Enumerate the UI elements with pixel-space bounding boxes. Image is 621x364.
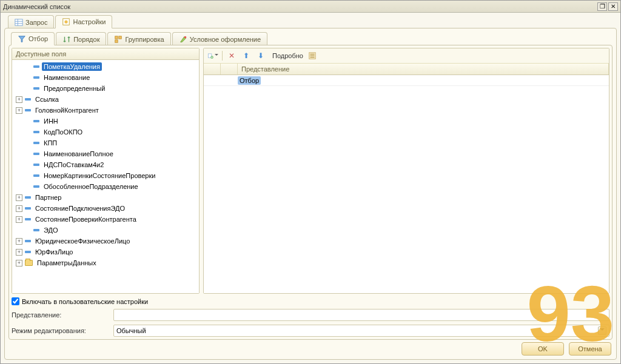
- settings-icon: [62, 18, 70, 26]
- tab-query[interactable]: Запрос: [8, 15, 54, 28]
- minus-icon: [25, 196, 31, 199]
- group-icon: [114, 35, 123, 44]
- subtab-order-label: Порядок: [73, 36, 99, 43]
- svg-rect-8: [119, 36, 121, 38]
- tree-item-label: НомерКартинкиСостояниеПроверки: [42, 171, 157, 180]
- tree-item[interactable]: +СостояниеПодключенияЭДО: [12, 203, 199, 214]
- close-button[interactable]: ✕: [608, 2, 618, 11]
- columns: Доступные поля ПометкаУдаленияНаименован…: [12, 48, 609, 294]
- restore-button[interactable]: ❐: [597, 2, 607, 11]
- tree-item[interactable]: +СостояниеПроверкиКонтрагента: [12, 214, 199, 225]
- sort-icon: [62, 35, 71, 44]
- tree-item-label: ЭДО: [42, 226, 60, 234]
- tree-item[interactable]: НомерКартинкиСостояниеПроверки: [12, 170, 199, 181]
- dialog-buttons: OK Отмена: [8, 340, 613, 356]
- tree-item-label: СостояниеПроверкиКонтрагента: [33, 215, 138, 223]
- subtab-cond[interactable]: Условное оформление: [172, 32, 267, 45]
- expand-icon: [24, 173, 31, 179]
- tree-item[interactable]: Наименование: [12, 72, 199, 83]
- minus-icon: [25, 109, 31, 111]
- filter-grid[interactable]: Отбор: [204, 75, 609, 293]
- svg-rect-0: [15, 19, 22, 25]
- ok-button[interactable]: OK: [522, 342, 564, 356]
- presentation-row: Представление:: [12, 309, 609, 321]
- list-icon: [308, 51, 317, 60]
- cancel-button[interactable]: Отмена: [569, 342, 611, 356]
- expand-icon: [24, 151, 31, 157]
- tree-item[interactable]: ОбособленноеПодразделение: [12, 181, 199, 192]
- tree-item[interactable]: НДСПоСтавкам4и2: [12, 159, 199, 170]
- tree-item[interactable]: +ЮридическоеФизическоеЛицо: [12, 236, 199, 247]
- tree-item-label: ЮрФизЛицо: [33, 248, 75, 256]
- tree-item-label: ЮридическоеФизическоеЛицо: [33, 237, 132, 245]
- subtab-filter[interactable]: Отбор: [11, 32, 55, 45]
- expand-icon[interactable]: +: [16, 194, 22, 201]
- delete-button[interactable]: ✕: [226, 50, 237, 61]
- properties-button[interactable]: [307, 50, 318, 61]
- presentation-label: Представление:: [12, 311, 109, 319]
- expand-icon[interactable]: +: [16, 205, 22, 212]
- tree-item-label: ПараметрыДанных: [35, 259, 98, 267]
- svg-marker-6: [19, 36, 25, 42]
- minus-icon: [33, 65, 39, 68]
- tree-item[interactable]: +ПараметрыДанных: [12, 257, 199, 268]
- expand-icon: [24, 184, 31, 190]
- include-user-checkbox[interactable]: [12, 297, 19, 305]
- ghc-check: [204, 64, 221, 74]
- tree-item[interactable]: +ГоловнойКонтрагент: [12, 105, 199, 116]
- tree-item[interactable]: НаименованиеПолное: [12, 148, 199, 159]
- presentation-input[interactable]: [113, 309, 609, 321]
- tree-item-label: Ссылка: [33, 95, 61, 104]
- tree-item-label: Предопределенный: [42, 84, 107, 93]
- main-tabs: Запрос Настройки: [4, 15, 617, 28]
- move-down-button[interactable]: ⬇: [255, 50, 266, 61]
- minus-icon: [25, 207, 31, 210]
- fields-tree[interactable]: ПометкаУдаленияНаименованиеПредопределен…: [12, 60, 199, 293]
- window-title: Динамический список: [3, 3, 596, 10]
- tree-item[interactable]: КодПоОКПО: [12, 127, 199, 137]
- folder-icon: [25, 260, 33, 266]
- tree-item[interactable]: Предопределенный: [12, 83, 199, 94]
- add-button[interactable]: [207, 50, 218, 61]
- expand-icon: [24, 227, 31, 234]
- tree-item[interactable]: ПометкаУдаления: [12, 61, 199, 72]
- tree-item[interactable]: +Ссылка: [12, 94, 199, 105]
- tree-item[interactable]: ЭДО: [12, 225, 199, 236]
- details-link[interactable]: Подробно: [272, 52, 303, 59]
- expand-icon[interactable]: +: [16, 216, 22, 223]
- tab-settings-label: Настройки: [73, 18, 106, 25]
- add-icon: [207, 51, 213, 60]
- expand-icon: [24, 85, 31, 92]
- subtab-group[interactable]: Группировка: [107, 32, 170, 45]
- subtab-order[interactable]: Порядок: [56, 32, 106, 45]
- grid-row[interactable]: Отбор: [204, 75, 609, 86]
- expand-icon[interactable]: +: [16, 260, 22, 266]
- tree-item[interactable]: +Партнер: [12, 192, 199, 203]
- tab-settings[interactable]: Настройки: [55, 15, 112, 28]
- separator: [222, 51, 223, 61]
- format-icon: [179, 35, 187, 44]
- minus-icon: [33, 120, 39, 122]
- tree-item-label: КПП: [42, 139, 59, 147]
- minus-icon: [33, 174, 39, 177]
- expand-icon[interactable]: +: [16, 96, 22, 103]
- mode-row: Режим редактирования: Обычный: [12, 325, 609, 337]
- window: Динамический список ❐ ✕ Запрос Настройки…: [0, 0, 621, 364]
- tree-item[interactable]: +ЮрФизЛицо: [12, 247, 199, 257]
- move-up-button[interactable]: ⬆: [241, 50, 252, 61]
- minus-icon: [25, 218, 31, 220]
- tree-item-label: Наименование: [42, 73, 92, 82]
- mode-select[interactable]: Обычный: [113, 325, 609, 337]
- expand-icon[interactable]: +: [16, 249, 22, 256]
- tree-item-label: СостояниеПодключенияЭДО: [33, 204, 127, 213]
- expand-icon: [24, 74, 31, 81]
- expand-icon[interactable]: +: [16, 107, 22, 114]
- tree-item[interactable]: КПП: [12, 137, 199, 148]
- tree-item[interactable]: ИНН: [12, 116, 199, 127]
- tree-item-label: ИНН: [42, 117, 60, 125]
- sub-frame: Доступные поля ПометкаУдаленияНаименован…: [8, 45, 613, 340]
- lower-panel: Включать в пользовательские настройки Пр…: [12, 297, 609, 337]
- expand-icon: [24, 129, 31, 136]
- expand-icon[interactable]: +: [16, 238, 22, 245]
- subtab-group-label: Группировка: [125, 36, 164, 43]
